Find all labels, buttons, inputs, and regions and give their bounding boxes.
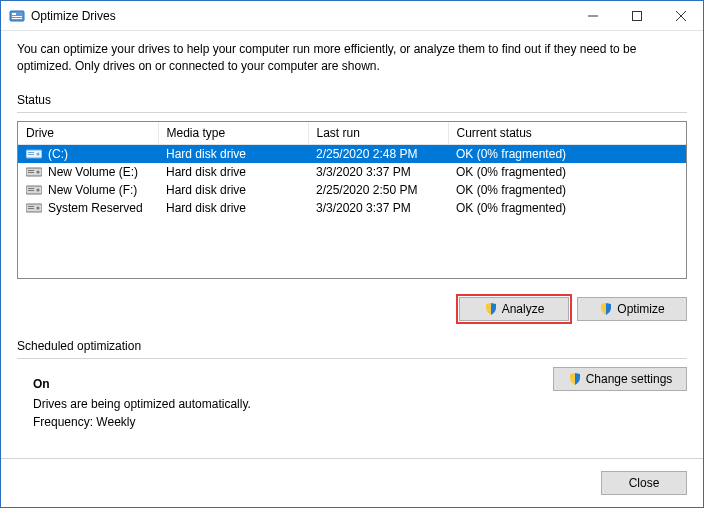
svg-point-14 bbox=[37, 188, 40, 191]
svg-rect-12 bbox=[28, 172, 34, 173]
table-row[interactable]: New Volume (E:)Hard disk drive3/3/2020 3… bbox=[18, 163, 686, 181]
cell-lastrun: 3/3/2020 3:37 PM bbox=[308, 163, 448, 181]
drive-name: New Volume (F:) bbox=[48, 183, 137, 197]
scheduled-auto: Drives are being optimized automatically… bbox=[33, 397, 553, 411]
svg-rect-4 bbox=[633, 11, 642, 20]
minimize-icon bbox=[588, 11, 598, 21]
cell-lastrun: 2/25/2020 2:50 PM bbox=[308, 181, 448, 199]
svg-point-6 bbox=[37, 152, 40, 155]
maximize-button[interactable] bbox=[615, 1, 659, 31]
cell-drive: System Reserved bbox=[18, 199, 158, 217]
optimize-drives-window: Optimize Drives You can optimize your dr… bbox=[0, 0, 704, 508]
maximize-icon bbox=[632, 11, 642, 21]
analyze-optimize-row: Analyze Optimize bbox=[17, 297, 687, 321]
analyze-label: Analyze bbox=[502, 302, 545, 316]
scheduled-rule bbox=[17, 358, 687, 359]
col-lastrun[interactable]: Last run bbox=[308, 122, 448, 145]
shield-icon bbox=[599, 302, 613, 316]
cell-drive: (C:) bbox=[18, 144, 158, 163]
cell-drive: New Volume (E:) bbox=[18, 163, 158, 181]
col-status[interactable]: Current status bbox=[448, 122, 686, 145]
drive-name: (C:) bbox=[48, 147, 68, 161]
svg-rect-3 bbox=[12, 18, 22, 19]
close-window-button[interactable] bbox=[659, 1, 703, 31]
scheduled-on: On bbox=[33, 377, 553, 391]
scheduled-body: On Drives are being optimized automatica… bbox=[17, 377, 553, 429]
cell-media: Hard disk drive bbox=[158, 181, 308, 199]
drives-table: Drive Media type Last run Current status… bbox=[18, 122, 686, 217]
analyze-button[interactable]: Analyze bbox=[459, 297, 569, 321]
cell-media: Hard disk drive bbox=[158, 163, 308, 181]
drive-primary-icon bbox=[26, 148, 42, 160]
optimize-button[interactable]: Optimize bbox=[577, 297, 687, 321]
scheduled-frequency: Frequency: Weekly bbox=[33, 415, 553, 429]
titlebar: Optimize Drives bbox=[1, 1, 703, 31]
drive-name: New Volume (E:) bbox=[48, 165, 138, 179]
drive-hdd-icon bbox=[26, 184, 42, 196]
svg-rect-7 bbox=[28, 152, 34, 153]
shield-icon bbox=[484, 302, 498, 316]
svg-rect-20 bbox=[28, 208, 34, 209]
cell-media: Hard disk drive bbox=[158, 144, 308, 163]
status-rule bbox=[17, 112, 687, 113]
svg-point-10 bbox=[37, 170, 40, 173]
drive-hdd-icon bbox=[26, 166, 42, 178]
change-settings-button[interactable]: Change settings bbox=[553, 367, 687, 391]
close-button[interactable]: Close bbox=[601, 471, 687, 495]
drive-hdd-icon bbox=[26, 202, 42, 214]
svg-rect-1 bbox=[12, 13, 16, 15]
svg-rect-8 bbox=[28, 154, 34, 155]
svg-rect-19 bbox=[28, 206, 34, 207]
table-row[interactable]: (C:)Hard disk drive2/25/2020 2:48 PMOK (… bbox=[18, 144, 686, 163]
change-settings-label: Change settings bbox=[586, 372, 673, 386]
cell-lastrun: 3/3/2020 3:37 PM bbox=[308, 199, 448, 217]
status-section-label: Status bbox=[17, 93, 687, 107]
cell-status: OK (0% fragmented) bbox=[448, 163, 686, 181]
cell-status: OK (0% fragmented) bbox=[448, 181, 686, 199]
cell-status: OK (0% fragmented) bbox=[448, 199, 686, 217]
scheduled-section-label: Scheduled optimization bbox=[17, 339, 687, 353]
bottom-bar: Close bbox=[1, 458, 703, 507]
svg-rect-2 bbox=[12, 16, 22, 17]
cell-lastrun: 2/25/2020 2:48 PM bbox=[308, 144, 448, 163]
close-icon bbox=[676, 11, 686, 21]
drives-table-container: Drive Media type Last run Current status… bbox=[17, 121, 687, 279]
cell-media: Hard disk drive bbox=[158, 199, 308, 217]
svg-rect-15 bbox=[28, 188, 34, 189]
svg-rect-16 bbox=[28, 190, 34, 191]
close-label: Close bbox=[629, 476, 660, 490]
drive-name: System Reserved bbox=[48, 201, 143, 215]
svg-point-18 bbox=[37, 206, 40, 209]
window-title: Optimize Drives bbox=[31, 9, 116, 23]
col-media[interactable]: Media type bbox=[158, 122, 308, 145]
table-row[interactable]: New Volume (F:)Hard disk drive2/25/2020 … bbox=[18, 181, 686, 199]
cell-status: OK (0% fragmented) bbox=[448, 144, 686, 163]
cell-drive: New Volume (F:) bbox=[18, 181, 158, 199]
table-header-row: Drive Media type Last run Current status bbox=[18, 122, 686, 145]
shield-icon bbox=[568, 372, 582, 386]
optimize-label: Optimize bbox=[617, 302, 664, 316]
minimize-button[interactable] bbox=[571, 1, 615, 31]
app-icon bbox=[9, 8, 25, 24]
intro-text: You can optimize your drives to help you… bbox=[17, 41, 687, 75]
table-row[interactable]: System ReservedHard disk drive3/3/2020 3… bbox=[18, 199, 686, 217]
svg-rect-11 bbox=[28, 170, 34, 171]
col-drive[interactable]: Drive bbox=[18, 122, 158, 145]
